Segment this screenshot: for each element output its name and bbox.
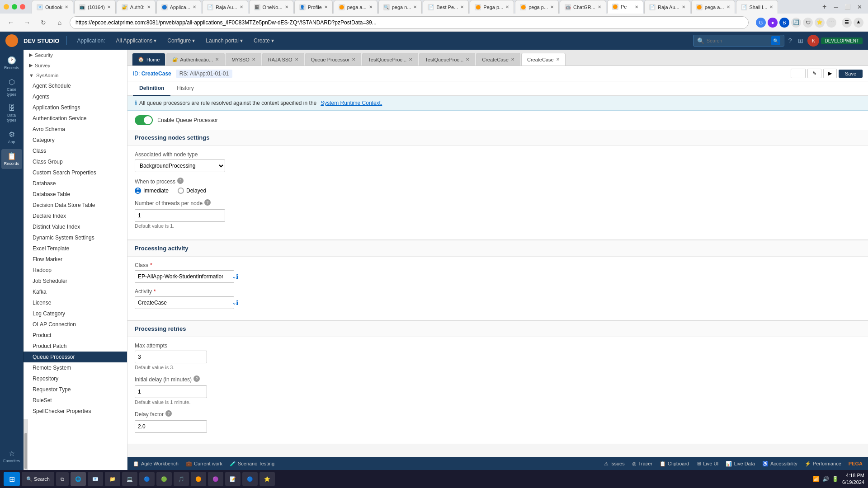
nav-item-remote_system[interactable]: Remote System: [24, 362, 127, 373]
nav-item-distinct_value_index[interactable]: Distinct Value Index: [24, 221, 127, 232]
tab-rajasso[interactable]: RAJA SSO ✕: [262, 53, 304, 66]
start-button[interactable]: ⊞: [4, 472, 20, 486]
tab-close-t8[interactable]: ✕: [369, 5, 373, 9]
run-button[interactable]: ▶: [823, 69, 837, 78]
threads-input[interactable]: [135, 209, 225, 222]
tab-close-create2[interactable]: ✕: [556, 57, 560, 62]
tab-close-t4[interactable]: ✕: [193, 5, 196, 9]
tab-close-queue[interactable]: ✕: [352, 57, 355, 62]
ext-3[interactable]: 🔄: [791, 18, 801, 28]
favorites-btn[interactable]: ★: [854, 18, 863, 28]
configure-menu[interactable]: Configure ▾: [165, 38, 198, 44]
taskbar-chrome[interactable]: 🌐: [71, 472, 86, 486]
save-button[interactable]: Save: [839, 70, 863, 78]
taskbar-app3[interactable]: 🎵: [174, 472, 189, 486]
tab-definition[interactable]: Definition: [133, 81, 170, 96]
nav-item-agent_schedule[interactable]: Agent Schedule: [24, 80, 127, 91]
minimize-btn[interactable]: ─: [832, 4, 840, 10]
search-input[interactable]: [707, 38, 769, 43]
tab-close-t13[interactable]: ✕: [598, 5, 601, 9]
nav-item-excel_template[interactable]: Excel Template: [24, 243, 127, 254]
tab-close-test2[interactable]: ✕: [466, 57, 469, 62]
taskbar-app5[interactable]: 🟣: [208, 472, 223, 486]
status-tracer[interactable]: ◎ Tracer: [632, 461, 652, 467]
nav-item-agents[interactable]: Agents: [24, 91, 127, 102]
sidebar-item-case-types[interactable]: ⬡ Case types: [1, 75, 22, 100]
application-selector[interactable]: All Applications ▾: [113, 38, 160, 44]
edit-button[interactable]: ✎: [807, 69, 821, 78]
reload-button[interactable]: ↻: [37, 16, 50, 29]
back-button[interactable]: ←: [5, 16, 17, 29]
tray-network[interactable]: 📶: [813, 476, 820, 482]
nav-item-database[interactable]: Database: [24, 178, 127, 189]
tab-close-t10[interactable]: ✕: [460, 5, 464, 9]
tab-close-t1[interactable]: ✕: [65, 5, 68, 9]
browser-tab-t11[interactable]: 🟠Pega p...✕: [470, 0, 514, 14]
taskbar-app8[interactable]: ⭐: [259, 472, 275, 486]
status-live-ui[interactable]: 🖥 Live UI: [696, 461, 718, 466]
close-window-btn[interactable]: ✕: [855, 4, 864, 10]
taskbar-app7[interactable]: 🔵: [242, 472, 258, 486]
browser-tab-t7[interactable]: 👤Profile✕: [294, 0, 333, 14]
class-autocomplete-icon[interactable]: ⌄: [232, 273, 236, 280]
activity-autocomplete-icon[interactable]: ⌄: [232, 300, 236, 306]
window-control-close[interactable]: [20, 4, 25, 9]
class-input[interactable]: [135, 270, 234, 283]
tab-createcase2[interactable]: CreateCase ✕: [521, 53, 566, 66]
tab-close-t14[interactable]: ✕: [635, 5, 638, 9]
tab-close-t5[interactable]: ✕: [240, 5, 243, 9]
browser-tab-t3[interactable]: 🔐Auth0:✕: [117, 0, 156, 14]
nav-item-queue_processor[interactable]: Queue Processor: [24, 352, 127, 362]
sidebar-item-data-types[interactable]: 🗄 Data types: [1, 101, 22, 126]
nav-item-system[interactable]: System: [24, 417, 127, 419]
restore-btn[interactable]: ⬜: [842, 4, 853, 10]
ext-4[interactable]: 🛡: [803, 18, 813, 28]
home-button[interactable]: ⌂: [53, 16, 66, 29]
create-menu[interactable]: Create ▾: [251, 38, 277, 44]
nav-item-hadoop[interactable]: Hadoop: [24, 265, 127, 276]
tray-battery[interactable]: 🔋: [832, 476, 839, 482]
status-clipboard[interactable]: 📋 Clipboard: [660, 461, 689, 467]
tab-close-rajasso[interactable]: ✕: [295, 57, 298, 62]
nav-item-database_table[interactable]: Database Table: [24, 189, 127, 200]
sidebar-item-records[interactable]: 📋 Records: [1, 149, 22, 169]
status-issues[interactable]: ⚠ Issues: [604, 461, 625, 467]
tab-close-create1[interactable]: ✕: [511, 57, 514, 62]
sidebar-item-app[interactable]: ⚙ App: [1, 127, 22, 147]
browser-tab-t8[interactable]: 🟠pega a...✕: [334, 0, 377, 14]
tab-close-t2[interactable]: ✕: [107, 5, 111, 9]
browser-tab-t12[interactable]: 🟠pega p...✕: [515, 0, 559, 14]
status-scenario-testing[interactable]: 🧪 Scenario Testing: [230, 461, 274, 467]
nav-item-custom_search_properties[interactable]: Custom Search Properties: [24, 167, 127, 178]
address-input[interactable]: [70, 16, 749, 29]
nav-scroll-thumb[interactable]: [24, 433, 27, 469]
nav-item-requestor_type[interactable]: Requestor Type: [24, 384, 127, 395]
browser-tab-t1[interactable]: 📧Outlook✕: [32, 0, 73, 14]
tab-test-queue2[interactable]: TestQueueProc... ✕: [419, 53, 475, 66]
sidebar-item-recents[interactable]: 🕐 Recents: [1, 53, 22, 73]
nav-item-authentication_service[interactable]: Authentication Service: [24, 113, 127, 124]
tab-close-test1[interactable]: ✕: [409, 57, 412, 62]
browser-tab-t4[interactable]: 🔵Applica...✕: [156, 0, 201, 14]
browser-tab-t16[interactable]: 🟠pega a...✕: [691, 0, 735, 14]
status-live-data[interactable]: 📊 Live Data: [726, 461, 755, 467]
window-control-minimize[interactable]: [4, 4, 9, 9]
system-runtime-context-link[interactable]: System Runtime Context.: [321, 100, 382, 106]
delay-factor-help-icon[interactable]: ?: [165, 410, 172, 417]
delay-factor-input[interactable]: [135, 420, 207, 433]
search-button[interactable]: 🔍: [771, 36, 780, 45]
tray-volume[interactable]: 🔊: [822, 476, 829, 482]
tab-close-t15[interactable]: ✕: [682, 5, 685, 9]
tab-close-t17[interactable]: ✕: [769, 5, 773, 9]
when-to-process-help-icon[interactable]: ?: [177, 178, 184, 184]
browser-tab-t6[interactable]: 📓OneNo...✕: [249, 0, 293, 14]
nav-item-job_scheduler[interactable]: Job Scheduler: [24, 276, 127, 286]
browser-tab-t2[interactable]: 📺(10164)✕: [74, 0, 116, 14]
status-performance[interactable]: ⚡ Performance: [805, 461, 841, 467]
nav-item-avro_schema[interactable]: Avro Schema: [24, 124, 127, 135]
tab-close-t3[interactable]: ✕: [147, 5, 151, 9]
nav-item-class[interactable]: Class: [24, 145, 127, 156]
activity-input[interactable]: [135, 296, 234, 309]
nav-item-olap_connection[interactable]: OLAP Connection: [24, 319, 127, 330]
nav-scrollbar[interactable]: [24, 419, 28, 470]
